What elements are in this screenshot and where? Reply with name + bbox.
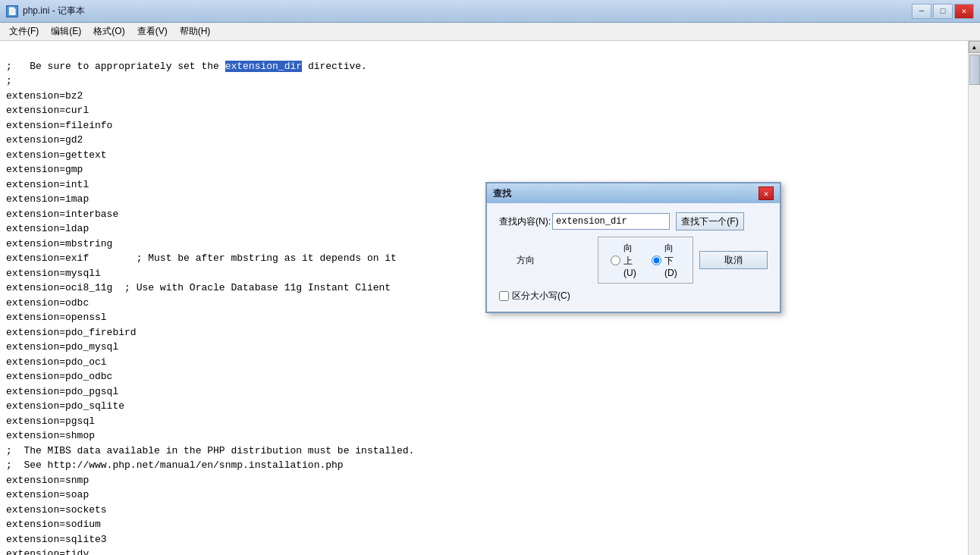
line-9: extension=intl [6, 179, 89, 190]
cancel-button[interactable]: 取消 [699, 251, 768, 269]
find-input-row: 查找内容(N): 查找下一个(F) [499, 212, 768, 230]
line-26: extension=shmop [6, 430, 95, 441]
menu-view[interactable]: 查看(V) [131, 24, 174, 39]
line-28: ; See http://www.php.net/manual/en/snmp.… [6, 459, 344, 471]
menu-help[interactable]: 帮助(H) [174, 24, 217, 39]
line-32: extension=sodium [6, 519, 101, 530]
dialog-body: 查找内容(N): 查找下一个(F) 方向 向上(U) [487, 203, 780, 312]
radio-group: 向上(U) 向下(D) [611, 242, 680, 278]
find-dialog[interactable]: 查找 ✕ 查找内容(N): 查找下一个(F) 方向 向上(U) [485, 182, 781, 313]
line-30: extension=soap [6, 489, 89, 500]
radio-down-label: 向下(D) [664, 242, 680, 278]
window-title: php.ini - 记事本 [23, 5, 85, 17]
menu-bar: 文件(F) 编辑(E) 格式(O) 查看(V) 帮助(H) [0, 23, 980, 41]
line-21: extension=pdo_oci [6, 356, 107, 368]
case-row: 区分大小写(C) [499, 290, 768, 303]
line-23: extension=pdo_pgsql [6, 386, 118, 397]
cancel-button-col: 取消 [699, 251, 768, 269]
line-16: extension=oci8_11g ; Use with Oracle Dat… [6, 282, 391, 293]
line-4: extension=curl [6, 105, 89, 116]
line-11: extension=interbase [6, 209, 118, 220]
line-12: extension=ldap [6, 223, 89, 234]
find-label: 查找内容(N): [499, 215, 552, 228]
radio-down-input[interactable] [652, 256, 661, 265]
line-18: extension=openssl [6, 312, 107, 323]
line-24: extension=pdo_sqlite [6, 400, 124, 412]
line-22: extension=pdo_odbc [6, 371, 112, 382]
find-input[interactable] [552, 213, 670, 230]
scroll-thumb[interactable] [969, 55, 980, 85]
dialog-title-bar: 查找 ✕ [487, 183, 780, 203]
app-icon: 📄 [6, 5, 18, 17]
dialog-title: 查找 [493, 187, 511, 200]
line-20: extension=pdo_mysql [6, 341, 118, 353]
scroll-up-arrow[interactable]: ▲ [969, 41, 981, 53]
radio-up-label: 向上(U) [623, 242, 639, 278]
menu-edit[interactable]: 编辑(E) [45, 24, 87, 39]
highlighted-text: extension_dir [225, 61, 302, 72]
case-label: 区分大小写(C) [512, 290, 570, 303]
line-33: extension=sqlite3 [6, 534, 107, 545]
line-5: extension=fileinfo [6, 120, 112, 131]
line-19: extension=pdo_firebird [6, 327, 137, 338]
line-27: ; The MIBS data available in the PHP dis… [6, 445, 414, 456]
direction-label: 方向 [499, 254, 552, 267]
line-29: extension=snmp [6, 475, 89, 486]
menu-file[interactable]: 文件(F) [3, 24, 45, 39]
line-13: extension=mbstring [6, 238, 112, 249]
title-bar-left: 📄 php.ini - 记事本 [6, 5, 85, 17]
line-15: extension=mysqli [6, 268, 101, 279]
line-2: ; [6, 75, 12, 86]
editor-text: ; Be sure to appropriately set the exten… [6, 44, 962, 555]
title-bar: 📄 php.ini - 记事本 ─ □ ✕ [0, 0, 980, 23]
minimize-button[interactable]: ─ [912, 4, 931, 19]
line-7: extension=gettext [6, 149, 107, 161]
window-controls: ─ □ ✕ [912, 4, 974, 19]
line-14: extension=exif ; Must be after mbstring … [6, 252, 397, 264]
line-25: extension=pgsql [6, 415, 95, 427]
line-3: extension=bz2 [6, 90, 83, 102]
case-checkbox[interactable] [499, 291, 509, 301]
radio-up[interactable]: 向上(U) [611, 242, 639, 278]
line-8: extension=gmp [6, 164, 83, 175]
direction-group: 向上(U) 向下(D) [598, 237, 693, 284]
input-btn-row: 查找下一个(F) [552, 212, 744, 230]
line-6: extension=gd2 [6, 134, 83, 146]
radio-down[interactable]: 向下(D) [652, 242, 680, 278]
direction-section: 方向 向上(U) 向下(D) 取消 [499, 237, 768, 284]
line-17: extension=odbc [6, 297, 89, 309]
line-1: ; Be sure to appropriately set the exten… [6, 61, 367, 72]
close-button[interactable]: ✕ [954, 4, 974, 19]
scrollbar-vertical[interactable]: ▲ [968, 41, 980, 555]
radio-up-input[interactable] [611, 256, 620, 265]
menu-format[interactable]: 格式(O) [87, 24, 130, 39]
dialog-close-button[interactable]: ✕ [759, 187, 774, 200]
line-31: extension=sockets [6, 504, 107, 516]
editor-content[interactable]: ; Be sure to appropriately set the exten… [0, 41, 968, 555]
line-10: extension=imap [6, 193, 89, 205]
maximize-button[interactable]: □ [933, 4, 953, 19]
line-34: extension=tidy [6, 548, 89, 555]
find-next-button[interactable]: 查找下一个(F) [676, 212, 744, 230]
